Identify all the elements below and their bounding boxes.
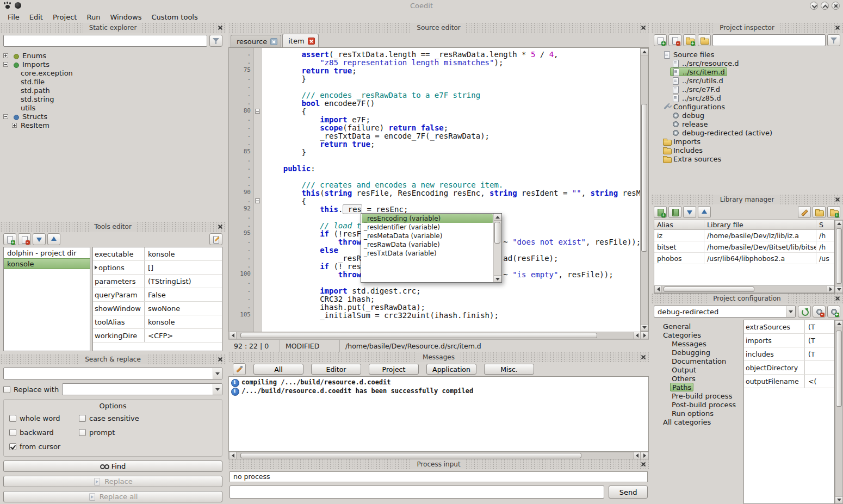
expander-expanded-icon[interactable] <box>3 114 8 119</box>
scroll-down-icon[interactable] <box>835 286 842 293</box>
clear-messages-button[interactable] <box>233 363 246 375</box>
scroll-left-icon[interactable] <box>633 452 641 459</box>
filter-application-button[interactable]: Application <box>426 364 476 375</box>
menu-file[interactable]: File <box>3 12 24 22</box>
tree-item-run-options[interactable]: Run options <box>652 409 742 418</box>
library-horizontal-scrollbar[interactable] <box>654 285 834 293</box>
configuration-combo[interactable]: debug-redirected <box>654 306 796 318</box>
expander-collapsed-icon[interactable] <box>12 123 17 128</box>
tree-item-general[interactable]: General <box>652 322 742 331</box>
add-tool-button[interactable] <box>3 233 16 245</box>
edit-library-button[interactable] <box>798 206 811 218</box>
editor-horizontal-scrollbar[interactable] <box>228 332 649 339</box>
library-row-phobos[interactable]: phobos/usr/lib64/libphobos2.a/us <box>654 253 834 264</box>
tree-item-documentation[interactable]: Documentation <box>652 357 742 365</box>
completion-item-resencoding-variable[interactable]: _resEncoding (variable) <box>362 214 493 223</box>
close-panel-icon[interactable] <box>217 356 224 363</box>
filter-project-button[interactable] <box>827 34 840 46</box>
tree-item-includes[interactable]: Includes <box>652 146 842 154</box>
project-search-input[interactable] <box>712 34 826 46</box>
tree-item-others[interactable]: Others <box>652 374 742 383</box>
menu-windows[interactable]: Windows <box>106 12 146 22</box>
replace-button[interactable]: Replace <box>3 476 222 487</box>
edit-script-button[interactable] <box>209 233 222 245</box>
scrollbar-thumb[interactable] <box>240 333 597 338</box>
sync-config-button[interactable] <box>798 306 811 318</box>
completion-item-resrawdata-variable[interactable]: _resRawData (variable) <box>362 240 493 249</box>
tree-item-post-build-process[interactable]: Post-build process <box>652 400 742 409</box>
library-from-folder-button[interactable] <box>813 206 826 218</box>
scrollbar-thumb[interactable] <box>664 287 754 292</box>
add-config-button[interactable] <box>827 306 840 318</box>
dropdown-arrow-icon[interactable] <box>786 306 795 317</box>
tree-item-src-resource-d[interactable]: ../src/resource.d <box>652 59 842 67</box>
scroll-up-icon[interactable] <box>835 320 842 327</box>
window-close-button[interactable] <box>832 2 840 10</box>
property-value[interactable]: konsole <box>145 247 222 260</box>
tree-item-utils[interactable]: utils <box>1 103 225 112</box>
property-value[interactable]: swoNone <box>145 302 222 315</box>
column-header-library-file[interactable]: Library file <box>704 220 816 229</box>
expander-collapsed-icon[interactable] <box>3 53 8 58</box>
scrollbar-thumb[interactable] <box>836 331 842 407</box>
close-tab-icon[interactable] <box>270 38 277 45</box>
move-up-button[interactable] <box>47 233 60 245</box>
completion-item-resmetadata-variable[interactable]: _resMetaData (variable) <box>362 232 493 240</box>
scroll-up-icon[interactable] <box>494 214 501 221</box>
expander-expanded-icon[interactable] <box>3 62 8 67</box>
code-area[interactable]: assert(_resTxtData.length == _resRawData… <box>262 48 640 332</box>
fold-marker-icon[interactable] <box>255 198 260 203</box>
window-unshade-button[interactable] <box>821 2 829 10</box>
tree-item-resitem[interactable]: ResItem <box>1 121 225 129</box>
scrollbar-thumb[interactable] <box>836 228 842 284</box>
close-panel-icon[interactable] <box>217 223 224 230</box>
scroll-up-icon[interactable] <box>835 220 842 227</box>
search-term-combo[interactable] <box>3 368 222 379</box>
replace-with-combo[interactable] <box>62 383 222 395</box>
duplicate-library-button[interactable] <box>668 206 681 218</box>
symbol-search-input[interactable] <box>3 35 207 47</box>
scrollbar-thumb[interactable] <box>641 104 647 252</box>
tree-item-imports[interactable]: Imports <box>652 137 842 146</box>
tree-item-enums[interactable]: Enums <box>1 51 225 60</box>
tree-item-src-z85-d[interactable]: ../src/z85.d <box>652 94 842 102</box>
close-panel-icon[interactable] <box>834 24 841 31</box>
process-input-field[interactable] <box>230 486 604 499</box>
close-panel-icon[interactable] <box>217 24 224 31</box>
filter-editor-button[interactable]: Editor <box>311 364 361 375</box>
tree-item-structs[interactable]: Structs <box>1 112 225 121</box>
tree-item-extra-sources[interactable]: Extra sources <box>652 154 842 163</box>
register-library-button[interactable] <box>827 206 840 218</box>
add-folder-button[interactable] <box>683 34 696 46</box>
add-source-button[interactable] <box>654 34 667 46</box>
library-vertical-scrollbar[interactable] <box>835 220 843 294</box>
remove-tool-button[interactable] <box>18 233 31 245</box>
find-button[interactable]: Find <box>3 461 222 472</box>
option-case-sensitive-checkbox[interactable] <box>79 415 86 422</box>
window-shade-button[interactable] <box>810 2 818 10</box>
tree-item-core-exception[interactable]: core.exception <box>1 69 225 77</box>
close-panel-icon[interactable] <box>640 461 647 468</box>
scroll-right-icon[interactable] <box>641 332 648 339</box>
close-panel-icon[interactable] <box>834 295 841 302</box>
property-value[interactable]: <CFP> <box>145 329 222 342</box>
property-value[interactable]: (T <box>805 334 834 347</box>
send-button[interactable]: Send <box>609 486 648 499</box>
tool-item-konsole[interactable]: konsole <box>4 258 90 269</box>
option-backward-checkbox[interactable] <box>9 429 16 436</box>
library-row-bitset[interactable]: bitset/home/basile/Dev/Bitset/lib/bitse/… <box>654 241 834 253</box>
tree-item-src-item-d[interactable]: ../src/item.d <box>652 67 842 76</box>
message-row[interactable]: /.../build/resource.d.coedit has been su… <box>231 387 646 395</box>
close-panel-icon[interactable] <box>640 24 647 31</box>
messages-horizontal-scrollbar[interactable] <box>228 452 649 459</box>
scroll-left-icon[interactable] <box>229 332 237 339</box>
tree-item-all-categories[interactable]: All categories <box>652 418 742 426</box>
open-folder-button[interactable] <box>698 34 711 46</box>
option-prompt-checkbox[interactable] <box>79 429 86 436</box>
property-value[interactable]: (TStringList) <box>145 275 222 288</box>
filter-misc-button[interactable]: Misc. <box>484 364 534 375</box>
dropdown-arrow-icon[interactable] <box>213 384 222 395</box>
property-value[interactable]: <( <box>805 375 834 388</box>
scroll-right-icon[interactable] <box>827 286 834 293</box>
tree-item-src-e7f-d[interactable]: ../src/e7F.d <box>652 85 842 94</box>
